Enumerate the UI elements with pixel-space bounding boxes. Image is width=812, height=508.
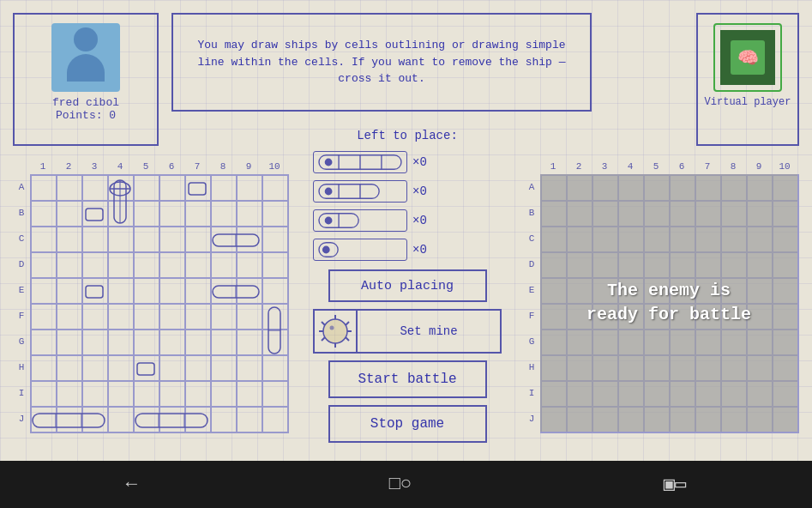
grid-cell[interactable] [82,330,108,355]
grid-cell[interactable] [159,355,185,381]
grid-cell[interactable] [211,407,237,432]
grid-cell[interactable] [747,278,773,304]
right-grid-cells[interactable] [540,174,799,433]
stop-game-button[interactable]: Stop game [328,405,487,443]
grid-cell[interactable] [185,252,211,278]
grid-cell[interactable] [262,381,288,407]
grid-cell[interactable] [567,381,592,407]
grid-cell[interactable] [773,252,798,278]
grid-cell[interactable] [159,381,185,407]
grid-cell[interactable] [108,330,134,355]
grid-cell[interactable] [670,381,695,407]
grid-cell[interactable] [185,304,211,330]
grid-cell[interactable] [134,227,159,252]
grid-cell[interactable] [747,304,773,330]
grid-cell[interactable] [262,227,288,252]
grid-cell[interactable] [644,330,670,355]
grid-cell[interactable] [644,355,670,381]
grid-cell[interactable] [82,201,108,227]
grid-cell[interactable] [57,201,82,227]
grid-cell[interactable] [82,355,108,381]
grid-cell[interactable] [31,304,57,330]
grid-cell[interactable] [773,201,798,227]
grid-cell[interactable] [134,381,159,407]
grid-cell[interactable] [108,278,134,304]
grid-cell[interactable] [237,304,262,330]
grid-cell[interactable] [721,381,747,407]
grid-cell[interactable] [567,252,592,278]
grid-cell[interactable] [747,407,773,432]
left-grid-cells[interactable] [30,174,289,433]
grid-cell[interactable] [541,175,567,201]
home-button[interactable]: ○ [389,474,412,495]
set-mine-button[interactable]: Set mine [358,309,502,354]
grid-cell[interactable] [262,252,288,278]
grid-cell[interactable] [567,227,592,252]
grid-cell[interactable] [108,407,134,432]
grid-cell[interactable] [695,381,721,407]
grid-cell[interactable] [108,252,134,278]
grid-cell[interactable] [108,355,134,381]
grid-cell[interactable] [159,330,185,355]
grid-cell[interactable] [644,304,670,330]
grid-cell[interactable] [670,175,695,201]
grid-cell[interactable] [695,407,721,432]
grid-cell[interactable] [695,355,721,381]
grid-cell[interactable] [695,330,721,355]
grid-cell[interactable] [262,278,288,304]
grid-cell[interactable] [541,407,567,432]
grid-cell[interactable] [721,252,747,278]
grid-cell[interactable] [237,278,262,304]
grid-cell[interactable] [670,252,695,278]
grid-cell[interactable] [747,252,773,278]
grid-cell[interactable] [159,407,185,432]
grid-cell[interactable] [134,201,159,227]
grid-cell[interactable] [567,175,592,201]
grid-cell[interactable] [618,355,644,381]
grid-cell[interactable] [747,227,773,252]
grid-cell[interactable] [644,227,670,252]
grid-cell[interactable] [541,278,567,304]
grid-cell[interactable] [618,201,644,227]
grid-cell[interactable] [695,252,721,278]
grid-cell[interactable] [57,175,82,201]
grid-cell[interactable] [670,201,695,227]
grid-cell[interactable] [82,227,108,252]
grid-cell[interactable] [567,330,592,355]
grid-cell[interactable] [618,227,644,252]
grid-cell[interactable] [262,330,288,355]
grid-cell[interactable] [134,252,159,278]
grid-cell[interactable] [57,252,82,278]
grid-cell[interactable] [670,227,695,252]
grid-cell[interactable] [211,355,237,381]
grid-cell[interactable] [541,381,567,407]
grid-cell[interactable] [721,355,747,381]
grid-cell[interactable] [57,330,82,355]
grid-cell[interactable] [773,407,798,432]
grid-cell[interactable] [31,201,57,227]
grid-cell[interactable] [773,227,798,252]
grid-cell[interactable] [592,227,618,252]
grid-cell[interactable] [670,278,695,304]
grid-cell[interactable] [159,175,185,201]
grid-cell[interactable] [82,278,108,304]
grid-cell[interactable] [134,175,159,201]
grid-cell[interactable] [747,330,773,355]
grid-cell[interactable] [237,355,262,381]
grid-cell[interactable] [262,201,288,227]
grid-cell[interactable] [159,304,185,330]
grid-cell[interactable] [159,227,185,252]
grid-cell[interactable] [670,304,695,330]
grid-cell[interactable] [134,407,159,432]
grid-cell[interactable] [237,227,262,252]
grid-cell[interactable] [721,304,747,330]
grid-cell[interactable] [82,252,108,278]
grid-cell[interactable] [211,201,237,227]
back-button[interactable] [126,474,137,495]
grid-cell[interactable] [670,355,695,381]
grid-cell[interactable] [211,304,237,330]
grid-cell[interactable] [618,175,644,201]
grid-cell[interactable] [773,304,798,330]
grid-cell[interactable] [57,227,82,252]
grid-cell[interactable] [592,330,618,355]
